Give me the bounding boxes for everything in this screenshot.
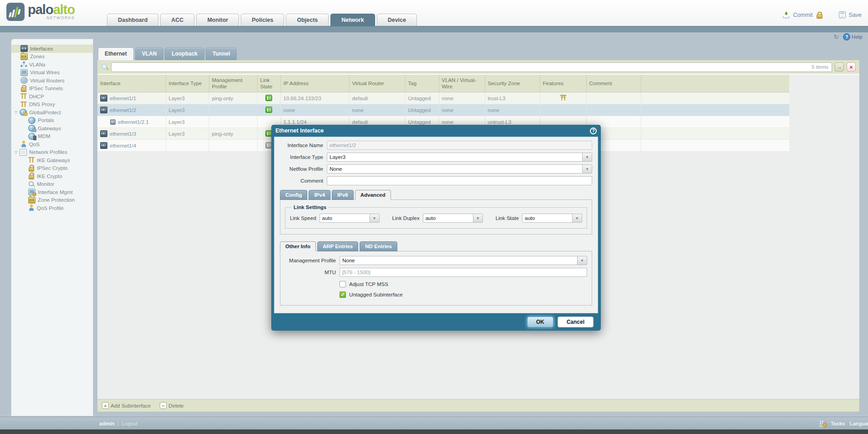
tab-nd-entries[interactable]: ND Entries xyxy=(360,241,397,251)
interface-link[interactable]: ethernet1/2.1 xyxy=(118,119,149,125)
apply-filter-button[interactable]: → xyxy=(835,62,844,71)
tab-vlan[interactable]: VLAN xyxy=(135,47,164,60)
chevron-down-icon[interactable]: ▼ xyxy=(473,214,482,222)
dialog-tab-config[interactable]: Config xyxy=(280,190,307,200)
interface-link[interactable]: ethernet1/3 xyxy=(110,131,136,137)
zone-protection-icon xyxy=(28,197,36,204)
delete-button[interactable]: − Delete xyxy=(160,402,183,409)
header-actions: Commit Save xyxy=(782,11,862,18)
tab-loopback[interactable]: Loopback xyxy=(165,47,204,60)
netflow-profile-label: Netflow Profile xyxy=(280,166,323,172)
tasks-button[interactable]: Tasks xyxy=(831,421,845,426)
interface-link[interactable]: ethernet1/4 xyxy=(110,143,136,148)
column-header-security-zone[interactable]: Security Zone xyxy=(485,75,540,92)
nav-tab-dashboard[interactable]: Dashboard xyxy=(107,14,158,26)
sidebar-item-ipsec-crypto[interactable]: IPSec Crypto xyxy=(11,164,93,173)
interface-type-label: Interface Type xyxy=(280,154,323,160)
commit-button[interactable]: Commit xyxy=(793,12,812,18)
link-speed-select[interactable]: auto ▼ xyxy=(320,214,380,223)
column-header-ip-address[interactable]: IP Address xyxy=(280,75,349,92)
expander-icon[interactable]: ▽ xyxy=(15,150,20,154)
main-nav-tabs: Dashboard ACC Monitor Policies Objects N… xyxy=(107,14,417,26)
filter-input[interactable]: 5 items xyxy=(111,62,832,72)
interface-link[interactable]: ethernet1/2 xyxy=(110,107,136,113)
lock-icon[interactable] xyxy=(816,12,822,18)
dialog-tab-ipv4[interactable]: IPv4 xyxy=(309,190,330,200)
sidebar-item-qos-profile[interactable]: QoS Profile xyxy=(11,204,93,212)
untagged-subinterface-checkbox[interactable]: ✓ xyxy=(340,291,346,298)
cancel-button[interactable]: Cancel xyxy=(558,317,594,327)
comment-field[interactable] xyxy=(327,176,592,185)
management-profile-select[interactable]: None ▼ xyxy=(340,256,587,265)
sidebar-item-zone-protection[interactable]: Zone Protection xyxy=(11,196,93,204)
chevron-down-icon[interactable]: ▼ xyxy=(582,153,592,161)
interface-type-select[interactable]: Layer3 ▼ xyxy=(327,153,592,162)
adjust-tcp-mss-checkbox[interactable] xyxy=(340,281,346,287)
clear-filter-button[interactable]: × xyxy=(847,62,856,71)
sidebar-item-interfaces[interactable]: Interfaces xyxy=(11,45,93,53)
link-settings-fieldset: Link Settings Link Speed auto ▼ Link Dup… xyxy=(285,204,587,229)
sidebar-item-ike-crypto[interactable]: IKE Crypto xyxy=(11,172,93,180)
chevron-down-icon[interactable]: ▼ xyxy=(582,165,592,173)
expander-icon[interactable]: ▽ xyxy=(15,110,20,114)
sidebar-item-vlans[interactable]: VLANs xyxy=(11,61,93,69)
chevron-down-icon[interactable]: ▼ xyxy=(370,214,379,222)
netflow-profile-select[interactable]: None ▼ xyxy=(327,164,592,174)
column-header-interface-type[interactable]: Interface Type xyxy=(166,75,209,92)
table-row-ethernet1-2[interactable]: ethernet1/2 Layer3 none none Untagged no… xyxy=(97,104,789,116)
column-header-vlan-virtual-wire[interactable]: VLAN / Virtual-Wire xyxy=(439,75,485,92)
tab-ethernet[interactable]: Ethernet xyxy=(98,47,134,60)
nav-tab-network[interactable]: Network xyxy=(330,14,375,26)
link-duplex-select[interactable]: auto ▼ xyxy=(423,214,483,223)
language-button[interactable]: Language xyxy=(850,421,868,426)
column-header-features[interactable]: Features xyxy=(540,75,586,92)
nav-tab-objects[interactable]: Objects xyxy=(286,14,329,26)
column-header-tag[interactable]: Tag xyxy=(405,75,439,92)
mtu-field[interactable]: [576 - 1500] xyxy=(340,268,587,277)
column-header-comment[interactable]: Comment xyxy=(586,75,641,92)
sidebar-item-gateways[interactable]: Gateways xyxy=(11,124,93,133)
tab-other-info[interactable]: Other Info xyxy=(280,241,316,251)
dialog-tab-ipv6[interactable]: IPv6 xyxy=(332,190,354,200)
sidebar-item-ike-gateways[interactable]: IKE Gateways xyxy=(11,156,93,164)
footer-bar: admin | Logout Tasks Language xyxy=(0,417,868,429)
interface-link[interactable]: ethernet1/1 xyxy=(110,96,136,101)
tab-arp-entries[interactable]: ARP Entries xyxy=(317,241,358,251)
ok-button[interactable]: OK xyxy=(527,317,553,327)
sidebar-item-network-profiles[interactable]: ▽Network Profiles xyxy=(11,148,93,157)
logged-in-user: admin xyxy=(99,421,115,426)
link-state-select[interactable]: auto ▼ xyxy=(522,214,582,223)
table-row-ethernet1-1[interactable]: ethernet1/1 Layer3 ping-only 10.66.24.13… xyxy=(97,92,789,104)
tab-tunnel[interactable]: Tunnel xyxy=(206,47,237,60)
nav-tab-monitor[interactable]: Monitor xyxy=(196,14,239,26)
save-button[interactable]: Save xyxy=(849,12,862,18)
sidebar-item-monitor[interactable]: Monitor xyxy=(11,180,93,189)
chevron-down-icon[interactable]: ▼ xyxy=(577,256,587,265)
sidebar-item-dns-proxy[interactable]: DNS Proxy xyxy=(11,101,93,109)
column-header-management-profile[interactable]: Management Profile xyxy=(209,75,257,92)
nav-tab-device[interactable]: Device xyxy=(377,14,417,26)
sidebar-item-dhcp[interactable]: DHCP xyxy=(11,92,93,101)
nav-tab-policies[interactable]: Policies xyxy=(241,14,284,26)
sidebar-item-interface-mgmt[interactable]: Interface Mgmt xyxy=(11,188,93,196)
sidebar-item-portals[interactable]: Portals xyxy=(11,117,93,125)
logout-link[interactable]: Logout xyxy=(122,421,137,426)
sidebar-item-virtual-routers[interactable]: Virtual Routers xyxy=(11,77,93,85)
logo-part2: alto xyxy=(53,2,75,17)
dialog-help-icon[interactable]: ? xyxy=(590,128,597,134)
nav-tab-acc[interactable]: ACC xyxy=(160,14,194,26)
sidebar-item-ipsec-tunnels[interactable]: IPSec Tunnels xyxy=(11,85,93,93)
dialog-tab-advanced[interactable]: Advanced xyxy=(355,190,391,200)
sidebar-item-globalprotect[interactable]: ▽GlobalProtect xyxy=(11,108,93,117)
sidebar-item-qos[interactable]: QoS xyxy=(11,140,93,148)
column-header-interface[interactable]: Interface xyxy=(97,75,166,92)
sidebar-item-zones[interactable]: Zones xyxy=(11,53,93,61)
sidebar-item-virtual-wires[interactable]: Virtual Wires xyxy=(11,69,93,77)
column-header-virtual-router[interactable]: Virtual Router xyxy=(349,75,405,92)
interface-name-field: ethernet1/2 xyxy=(327,141,592,150)
add-subinterface-button[interactable]: + Add Subinterface xyxy=(102,402,151,409)
column-header-link-state[interactable]: Link State xyxy=(257,75,280,92)
dialog-footer: OK Cancel xyxy=(271,313,601,331)
sidebar-item-mdm[interactable]: MDM xyxy=(11,133,93,141)
chevron-down-icon[interactable]: ▼ xyxy=(572,214,582,222)
